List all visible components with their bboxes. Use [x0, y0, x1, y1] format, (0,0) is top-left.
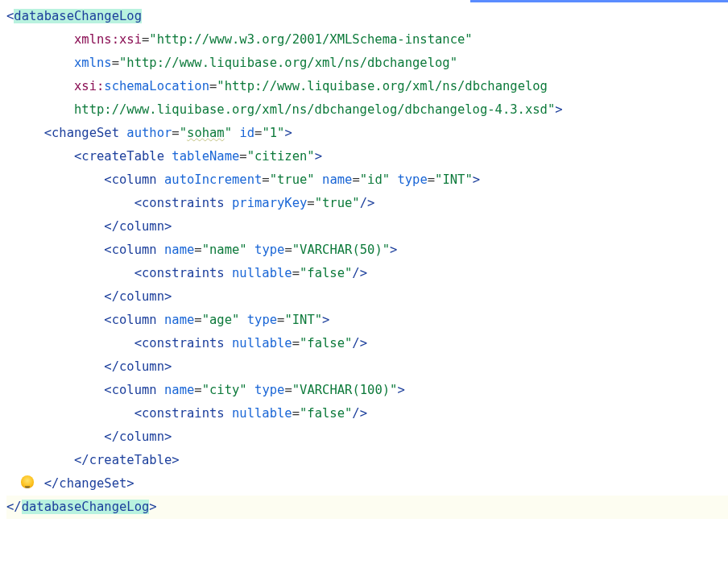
code-line[interactable]: </changeSet> — [6, 472, 728, 496]
code-line[interactable]: </column> — [6, 425, 728, 449]
code-line[interactable]: <constraints primaryKey="true"/> — [6, 192, 728, 215]
code-line[interactable]: <column autoIncrement="true" name="id" t… — [6, 168, 728, 192]
code-line[interactable]: <column name="age" type="INT"> — [6, 309, 728, 332]
code-line[interactable]: <constraints nullable="false"/> — [6, 332, 728, 355]
code-line[interactable]: </createTable> — [6, 449, 728, 472]
root-close-tag: databaseChangeLog — [22, 500, 150, 514]
code-line[interactable]: </column> — [6, 215, 728, 239]
intention-bulb-icon[interactable] — [21, 475, 34, 488]
code-editor[interactable]: <databaseChangeLog xmlns:xsi="http://www… — [0, 0, 728, 524]
code-line[interactable]: </column> — [6, 285, 728, 309]
code-line[interactable]: </databaseChangeLog> — [6, 496, 728, 519]
code-line[interactable]: <changeSet author="soham" id="1"> — [6, 122, 728, 145]
code-line[interactable]: xmlns:xsi="http://www.w3.org/2001/XMLSch… — [6, 28, 728, 52]
code-line[interactable]: <createTable tableName="citizen"> — [6, 145, 728, 168]
root-open-tag: databaseChangeLog — [14, 9, 142, 23]
code-line[interactable]: </column> — [6, 355, 728, 379]
code-line[interactable]: <column name="city" type="VARCHAR(100)"> — [6, 379, 728, 402]
code-line[interactable]: xsi:schemaLocation="http://www.liquibase… — [6, 75, 728, 98]
code-line[interactable]: <constraints nullable="false"/> — [6, 262, 728, 285]
code-line[interactable]: <constraints nullable="false"/> — [6, 402, 728, 425]
code-line[interactable]: <databaseChangeLog — [6, 5, 728, 28]
code-line[interactable]: xmlns="http://www.liquibase.org/xml/ns/d… — [6, 52, 728, 75]
code-line[interactable]: http://www.liquibase.org/xml/ns/dbchange… — [6, 98, 728, 122]
code-line[interactable]: <column name="name" type="VARCHAR(50)"> — [6, 239, 728, 262]
top-scrollbar-marker — [470, 0, 728, 2]
